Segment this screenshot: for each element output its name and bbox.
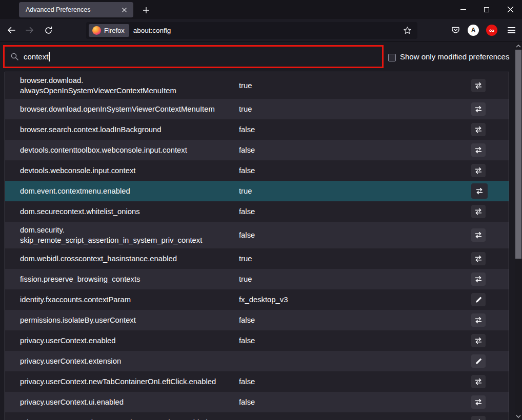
toggle-icon — [474, 255, 483, 263]
pref-value: fx_desktop_v3 — [239, 296, 471, 304]
pref-row: identity.fxaccounts.contextParam fx_desk… — [5, 289, 509, 310]
pref-name: identity.fxaccounts.contextParam — [20, 291, 239, 308]
show-only-modified-label[interactable]: Show only modified preferences — [400, 52, 509, 61]
pref-name: browser.download.openInSystemViewerConte… — [20, 101, 239, 117]
reload-button[interactable] — [40, 22, 56, 38]
window-close-button[interactable] — [498, 0, 522, 19]
url-bar[interactable]: Firefox about:config — [86, 22, 417, 39]
pref-row: browser.download.openInSystemViewerConte… — [5, 99, 509, 119]
scroll-down-arrow[interactable] — [515, 413, 522, 419]
toggle-icon — [474, 337, 483, 345]
browser-window: Advanced Preferences Firefox — [0, 0, 522, 420]
toggle-icon — [474, 377, 483, 386]
pref-row: dom.webidl.crosscontext_hasinstance.enab… — [5, 248, 509, 269]
scrollbar-thumb[interactable] — [515, 50, 521, 259]
toggle-pref-button[interactable] — [471, 123, 486, 136]
scroll-up-arrow[interactable] — [515, 43, 522, 49]
toggle-icon — [474, 125, 483, 134]
site-identity-chip[interactable]: Firefox — [89, 24, 129, 37]
pref-row: devtools.webconsole.input.context false — [5, 160, 509, 181]
toggle-icon — [474, 316, 483, 324]
pocket-icon — [451, 26, 460, 34]
pref-value: false — [239, 377, 471, 386]
menu-button[interactable] — [504, 23, 519, 38]
toggle-pref-button[interactable] — [471, 395, 486, 409]
tab-close-icon[interactable] — [119, 5, 129, 15]
pref-name: devtools.contenttoolbox.webconsole.input… — [20, 142, 239, 158]
maximize-icon — [484, 7, 489, 12]
pref-row: devtools.contenttoolbox.webconsole.input… — [5, 140, 509, 160]
pref-row: dom.securecontext.whitelist_onions false — [5, 201, 509, 222]
hamburger-icon — [508, 27, 515, 33]
pocket-button[interactable] — [448, 23, 463, 38]
toggle-icon — [474, 166, 483, 175]
vertical-scrollbar[interactable] — [515, 43, 522, 420]
account-icon: A — [468, 25, 479, 36]
edit-icon — [475, 296, 482, 303]
pref-row: permissions.isolateBy.userContext false — [5, 310, 509, 330]
forward-button[interactable] — [22, 22, 38, 38]
toggle-icon — [474, 81, 483, 90]
pref-row: privacy.userContext.extension — [5, 351, 509, 371]
extension-button[interactable]: ∞ — [484, 23, 499, 38]
pref-value: false — [239, 231, 471, 239]
toggle-icon — [474, 398, 483, 406]
toggle-pref-button[interactable] — [471, 102, 486, 116]
pref-row: browser.search.context.loadInBackground … — [5, 119, 509, 140]
toggle-icon — [474, 275, 483, 283]
pref-row: dom.security. skip_remote_script_asserti… — [5, 222, 509, 248]
back-button[interactable] — [3, 22, 19, 38]
toggle-pref-button[interactable] — [471, 183, 488, 199]
pref-name: dom.webidl.crosscontext_hasinstance.enab… — [20, 250, 239, 267]
toggle-pref-button[interactable] — [471, 375, 486, 388]
toggle-pref-button[interactable] — [471, 143, 486, 157]
toggle-pref-button[interactable] — [471, 79, 486, 92]
minimize-icon — [460, 9, 466, 10]
pref-value: false — [239, 337, 471, 345]
pref-row: privacy.userContext.ui.enabled false — [5, 392, 509, 412]
toggle-pref-button[interactable] — [471, 416, 486, 420]
toggle-pref-button[interactable] — [471, 164, 486, 177]
forward-icon — [25, 26, 34, 34]
site-identity-label: Firefox — [104, 27, 125, 34]
edit-pref-button[interactable] — [471, 293, 486, 306]
pref-value: true — [239, 81, 471, 90]
toggle-pref-button[interactable] — [471, 228, 486, 242]
window-minimize-button[interactable] — [451, 0, 475, 19]
edit-icon — [475, 358, 482, 365]
extension-badge-icon: ∞ — [486, 25, 497, 36]
bookmark-star-button[interactable] — [400, 24, 414, 38]
new-tab-button[interactable] — [139, 4, 153, 17]
pref-row: dom.event.contextmenu.enabled true — [5, 181, 509, 201]
pref-name: browser.download. alwaysOpenInSystemView… — [20, 72, 239, 99]
show-only-modified-checkbox[interactable] — [388, 54, 396, 61]
pref-value: false — [239, 125, 471, 134]
pref-value: false — [239, 398, 471, 406]
pref-name: dom.securecontext.whitelist_onions — [20, 203, 239, 220]
toggle-icon — [475, 187, 484, 195]
pref-row: privacy.usercontext.about_newtab_segrega… — [5, 412, 509, 420]
toggle-icon — [474, 207, 483, 216]
toggle-pref-button[interactable] — [471, 205, 486, 218]
toggle-pref-button[interactable] — [471, 334, 486, 347]
window-maximize-button[interactable] — [475, 0, 498, 19]
pref-row: browser.download. alwaysOpenInSystemView… — [5, 72, 509, 99]
toggle-pref-button[interactable] — [471, 252, 486, 265]
tab-title: Advanced Preferences — [26, 6, 119, 13]
toggle-pref-button[interactable] — [471, 313, 486, 327]
tab-bar: Advanced Preferences — [0, 0, 522, 19]
pref-value: false — [239, 166, 471, 175]
reload-icon — [44, 26, 53, 35]
pref-name: privacy.userContext.enabled — [20, 332, 239, 349]
back-icon — [7, 26, 16, 34]
account-button[interactable]: A — [466, 23, 481, 38]
search-icon — [10, 52, 19, 61]
pref-name: privacy.userContext.ui.enabled — [20, 394, 239, 410]
search-input[interactable]: context — [24, 52, 48, 61]
url-text[interactable]: about:config — [133, 27, 400, 34]
pref-row: privacy.userContext.newTabContainerOnLef… — [5, 371, 509, 392]
edit-pref-button[interactable] — [471, 354, 486, 368]
pref-name: permissions.isolateBy.userContext — [20, 312, 239, 328]
toggle-pref-button[interactable] — [471, 272, 486, 286]
tab-advanced-preferences[interactable]: Advanced Preferences — [19, 2, 133, 17]
